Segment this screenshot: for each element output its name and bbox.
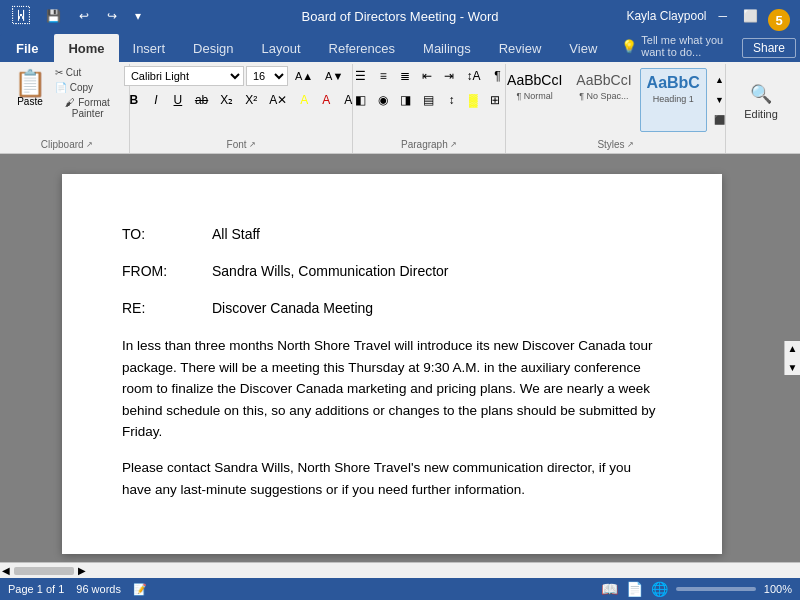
paste-label: Paste — [17, 96, 43, 107]
memo-from-line: FROM: Sandra Wills, Communication Direct… — [122, 261, 662, 282]
paragraph-1: In less than three months North Shore Tr… — [122, 335, 662, 443]
read-mode-button[interactable]: 📖 — [601, 581, 618, 597]
minimize-button[interactable]: ─ — [710, 7, 735, 25]
tab-review[interactable]: Review — [485, 34, 556, 62]
decrease-font-button[interactable]: A▼ — [320, 66, 348, 86]
paragraph-group: ☰ ≡ ≣ ⇤ ⇥ ↕A ¶ ◧ ◉ ◨ ▤ ↕ ▓ ⊞ Paragraph ↗ — [353, 64, 506, 153]
paste-button[interactable]: 📋 Paste — [10, 66, 50, 111]
memo-to-line: TO: All Staff — [122, 224, 662, 245]
notification-badge[interactable]: 5 — [768, 9, 790, 31]
format-painter-button[interactable]: 🖌 Format Painter — [52, 96, 123, 120]
decrease-indent-button[interactable]: ⇤ — [417, 66, 437, 86]
editing-label: Editing — [744, 108, 778, 120]
increase-font-button[interactable]: A▲ — [290, 66, 318, 86]
align-right-button[interactable]: ◨ — [395, 90, 416, 110]
document-scroll[interactable]: TO: All Staff FROM: Sandra Wills, Commun… — [0, 154, 784, 562]
increase-indent-button[interactable]: ⇥ — [439, 66, 459, 86]
tab-mailings[interactable]: Mailings — [409, 34, 485, 62]
zoom-slider[interactable] — [676, 587, 756, 591]
tab-references[interactable]: References — [315, 34, 409, 62]
style-nospace-preview: AaBbCcI — [576, 72, 631, 89]
tab-insert[interactable]: Insert — [119, 34, 180, 62]
style-normal-preview: AaBbCcI — [507, 72, 562, 89]
bullets-button[interactable]: ☰ — [350, 66, 371, 86]
print-layout-button[interactable]: 📄 — [626, 581, 643, 597]
tab-file[interactable]: File — [0, 34, 54, 62]
tab-layout[interactable]: Layout — [248, 34, 315, 62]
document-page: TO: All Staff FROM: Sandra Wills, Commun… — [62, 174, 722, 554]
save-button[interactable]: 💾 — [40, 7, 67, 25]
italic-button[interactable]: I — [146, 90, 166, 110]
font-group: Calibri Light 16 A▲ A▼ B I U ab X₂ X² A✕… — [130, 64, 352, 153]
font-row-2: B I U ab X₂ X² A✕ A A A — [124, 90, 358, 110]
editing-group-label — [732, 137, 790, 151]
text-highlight-button[interactable]: A — [294, 90, 314, 110]
numbering-button[interactable]: ≡ — [373, 66, 393, 86]
sort-button[interactable]: ↕A — [461, 66, 485, 86]
font-expand-icon[interactable]: ↗ — [249, 140, 256, 149]
justify-button[interactable]: ▤ — [418, 90, 439, 110]
from-value: Sandra Wills, Communication Director — [212, 261, 449, 282]
user-name: Kayla Claypool — [626, 9, 706, 23]
style-nospace-label: ¶ No Spac... — [579, 91, 628, 101]
clipboard-label: Clipboard ↗ — [10, 137, 123, 151]
bold-button[interactable]: B — [124, 90, 144, 110]
status-left: Page 1 of 1 96 words 📝 — [8, 583, 147, 596]
scroll-left-button[interactable]: ◀ — [0, 563, 12, 578]
style-normal[interactable]: AaBbCcI ¶ Normal — [501, 68, 568, 132]
share-button[interactable]: Share — [742, 38, 796, 58]
shading-button[interactable]: ▓ — [463, 90, 483, 110]
vertical-scrollbar[interactable]: ▲ ▼ — [784, 341, 800, 375]
font-row-1: Calibri Light 16 A▲ A▼ — [124, 66, 348, 86]
align-left-button[interactable]: ◧ — [350, 90, 371, 110]
re-value: Discover Canada Meeting — [212, 298, 373, 319]
restore-button[interactable]: ⬜ — [735, 7, 766, 25]
scroll-right-button[interactable]: ▶ — [76, 563, 88, 578]
customize-qat-button[interactable]: ▾ — [129, 7, 147, 25]
to-value: All Staff — [212, 224, 260, 245]
font-color-button[interactable]: A — [316, 90, 336, 110]
re-label: RE: — [122, 298, 212, 319]
align-center-button[interactable]: ◉ — [373, 90, 393, 110]
paragraph-2: Please contact Sandra Wills, North Shore… — [122, 457, 662, 500]
word-count: 96 words — [76, 583, 121, 595]
subscript-button[interactable]: X₂ — [215, 90, 238, 110]
styles-group: AaBbCcI ¶ Normal AaBbCcI ¶ No Spac... Aa… — [506, 64, 726, 153]
tab-view[interactable]: View — [555, 34, 611, 62]
web-layout-button[interactable]: 🌐 — [651, 581, 668, 597]
copy-button[interactable]: 📄 Copy — [52, 81, 123, 94]
style-heading1-preview: AaBbC — [647, 73, 700, 92]
redo-button[interactable]: ↪ — [101, 7, 123, 25]
strikethrough-button[interactable]: ab — [190, 90, 213, 110]
horizontal-scrollbar[interactable]: ◀ ▶ — [0, 562, 800, 578]
ribbon: 📋 Paste ✂ Cut 📄 Copy 🖌 Format Painter Cl… — [0, 62, 800, 154]
styles-expand-icon[interactable]: ↗ — [627, 140, 634, 149]
clear-formatting-button[interactable]: A✕ — [264, 90, 292, 110]
tab-home[interactable]: Home — [54, 34, 118, 62]
undo-button[interactable]: ↩ — [73, 7, 95, 25]
multilevel-list-button[interactable]: ≣ — [395, 66, 415, 86]
style-heading1[interactable]: AaBbC Heading 1 — [640, 68, 707, 132]
editing-group: 🔍 Editing — [726, 64, 796, 153]
style-normal-label: ¶ Normal — [517, 91, 553, 101]
superscript-button[interactable]: X² — [240, 90, 262, 110]
hscroll-thumb[interactable] — [14, 567, 74, 575]
lightbulb-icon: 💡 — [621, 39, 637, 54]
scroll-down-button[interactable]: ▼ — [786, 360, 800, 375]
underline-button[interactable]: U — [168, 90, 188, 110]
tell-me-box[interactable]: 💡 Tell me what you want to do... — [611, 34, 742, 58]
tab-design[interactable]: Design — [179, 34, 247, 62]
search-button[interactable]: 🔍 — [745, 84, 777, 104]
scroll-up-button[interactable]: ▲ — [786, 341, 800, 356]
cut-button[interactable]: ✂ Cut — [52, 66, 123, 79]
styles-content: AaBbCcI ¶ Normal AaBbCcI ¶ No Spac... Aa… — [501, 66, 730, 137]
line-spacing-button[interactable]: ↕ — [441, 90, 461, 110]
paragraph-expand-icon[interactable]: ↗ — [450, 140, 457, 149]
document-area: TO: All Staff FROM: Sandra Wills, Commun… — [0, 154, 800, 562]
font-size-select[interactable]: 16 — [246, 66, 288, 86]
para-row-1: ☰ ≡ ≣ ⇤ ⇥ ↕A ¶ — [350, 66, 507, 86]
title-bar: 🇼 💾 ↩ ↪ ▾ Board of Directors Meeting - W… — [0, 0, 800, 32]
font-name-select[interactable]: Calibri Light — [124, 66, 244, 86]
style-nospace[interactable]: AaBbCcI ¶ No Spac... — [570, 68, 637, 132]
clipboard-expand-icon[interactable]: ↗ — [86, 140, 93, 149]
